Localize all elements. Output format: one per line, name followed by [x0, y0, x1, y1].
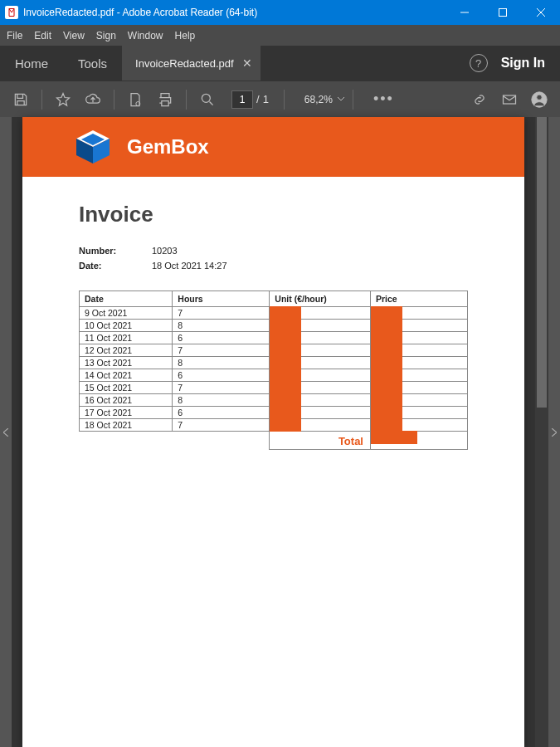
cell-date: 11 Oct 2021 — [80, 332, 173, 344]
window-title: InvoiceRedacted.pdf - Adobe Acrobat Read… — [23, 7, 446, 18]
table-row: 12 Oct 20217 — [80, 344, 468, 357]
cell-hours: 7 — [173, 307, 270, 320]
page-lock-icon[interactable] — [123, 87, 148, 112]
menu-bar: File Edit View Sign Window Help — [0, 25, 560, 46]
cell-price-redacted — [370, 357, 467, 369]
invoice-table: Date Hours Unit (€/hour) Price 9 Oct 202… — [79, 290, 468, 450]
menu-file[interactable]: File — [7, 30, 22, 42]
col-hours: Hours — [173, 291, 270, 307]
cell-unit-redacted — [270, 332, 371, 344]
table-row: 14 Oct 20216 — [80, 369, 468, 382]
cell-unit-redacted — [270, 344, 371, 357]
cell-price-redacted — [370, 344, 467, 357]
vertical-scrollbar[interactable] — [535, 117, 548, 747]
number-value: 10203 — [152, 246, 178, 256]
cell-hours: 6 — [173, 407, 270, 419]
left-panel-toggle[interactable] — [0, 117, 12, 747]
menu-sign[interactable]: Sign — [96, 30, 116, 42]
menu-view[interactable]: View — [63, 30, 85, 42]
page-total: 1 — [263, 93, 269, 105]
svg-rect-7 — [504, 95, 516, 104]
svg-point-5 — [202, 94, 210, 102]
cell-price-redacted — [370, 382, 467, 394]
cell-price-redacted — [370, 332, 467, 344]
zoom-control[interactable]: 68,2% — [304, 94, 344, 105]
close-tab-icon[interactable]: ✕ — [242, 56, 252, 70]
mail-icon[interactable] — [497, 87, 522, 112]
table-row: 10 Oct 20218 — [80, 320, 468, 332]
cell-price-redacted — [370, 307, 467, 320]
help-icon[interactable]: ? — [470, 54, 488, 72]
cell-unit-redacted — [270, 357, 371, 369]
link-share-icon[interactable] — [467, 87, 492, 112]
cell-date: 17 Oct 2021 — [80, 407, 173, 419]
cell-date: 10 Oct 2021 — [80, 320, 173, 332]
table-row: 18 Oct 20217 — [80, 419, 468, 432]
home-tab[interactable]: Home — [0, 46, 63, 81]
more-icon[interactable]: ••• — [373, 90, 394, 108]
svg-point-9 — [537, 95, 542, 100]
date-value: 18 Oct 2021 14:27 — [152, 261, 227, 271]
cell-date: 18 Oct 2021 — [80, 419, 173, 432]
scrollbar-thumb[interactable] — [537, 117, 547, 408]
close-button[interactable] — [522, 0, 560, 25]
profile-icon[interactable] — [527, 87, 552, 112]
document-tab-label: InvoiceRedacted.pdf — [135, 57, 234, 70]
cell-price-redacted — [370, 419, 467, 432]
document-heading: Invoice — [79, 202, 468, 227]
menu-edit[interactable]: Edit — [34, 30, 51, 42]
star-icon[interactable] — [51, 87, 75, 112]
cell-unit-redacted — [270, 307, 371, 320]
document-tab[interactable]: InvoiceRedacted.pdf ✕ — [122, 46, 261, 81]
minimize-button[interactable] — [446, 0, 484, 25]
table-row: 15 Oct 20217 — [80, 382, 468, 394]
cell-date: 12 Oct 2021 — [80, 344, 173, 357]
cell-date: 15 Oct 2021 — [80, 382, 173, 394]
cell-price-redacted — [370, 407, 467, 419]
page-current-input[interactable]: 1 — [231, 90, 253, 109]
cell-price-redacted — [370, 394, 467, 407]
cell-price-redacted — [370, 369, 467, 382]
right-panel-toggle[interactable] — [548, 117, 560, 747]
cell-hours: 8 — [173, 357, 270, 369]
maximize-button[interactable] — [484, 0, 522, 25]
cell-date: 14 Oct 2021 — [80, 369, 173, 382]
document-viewport[interactable]: GemBox Invoice Number: 10203 Date: 18 Oc… — [12, 117, 535, 747]
col-price: Price — [370, 291, 467, 307]
number-label: Number: — [79, 246, 152, 256]
table-row: 9 Oct 20217 — [80, 307, 468, 320]
cell-unit-redacted — [270, 320, 371, 332]
sign-in-button[interactable]: Sign In — [501, 56, 545, 71]
cell-date: 16 Oct 2021 — [80, 394, 173, 407]
date-label: Date: — [79, 261, 152, 271]
cell-unit-redacted — [270, 419, 371, 432]
cell-hours: 6 — [173, 332, 270, 344]
page-indicator: 1 / 1 — [231, 90, 269, 109]
zoom-value: 68,2% — [304, 94, 333, 105]
print-icon[interactable] — [153, 87, 178, 112]
tools-tab[interactable]: Tools — [63, 46, 122, 81]
svg-rect-1 — [499, 9, 507, 17]
col-date: Date — [80, 291, 173, 307]
cell-hours: 8 — [173, 394, 270, 407]
brand-name: GemBox — [127, 135, 209, 159]
total-label: Total — [270, 432, 371, 450]
cell-hours: 8 — [173, 320, 270, 332]
cell-hours: 7 — [173, 344, 270, 357]
window-titlebar: InvoiceRedacted.pdf - Adobe Acrobat Read… — [0, 0, 560, 25]
menu-help[interactable]: Help — [175, 30, 196, 42]
table-row: 11 Oct 20216 — [80, 332, 468, 344]
document-banner: GemBox — [22, 117, 524, 177]
menu-window[interactable]: Window — [128, 30, 163, 42]
save-icon[interactable] — [8, 87, 33, 112]
gembox-logo-icon — [72, 126, 114, 168]
cell-unit-redacted — [270, 394, 371, 407]
search-icon[interactable] — [195, 87, 220, 112]
cell-unit-redacted — [270, 382, 371, 394]
cell-hours: 7 — [173, 382, 270, 394]
cell-hours: 6 — [173, 369, 270, 382]
chevron-down-icon — [338, 97, 344, 101]
main-tabs: Home Tools InvoiceRedacted.pdf ✕ ? Sign … — [0, 46, 560, 81]
cloud-upload-icon[interactable] — [80, 87, 105, 112]
toolbar: 1 / 1 68,2% ••• — [0, 81, 560, 117]
